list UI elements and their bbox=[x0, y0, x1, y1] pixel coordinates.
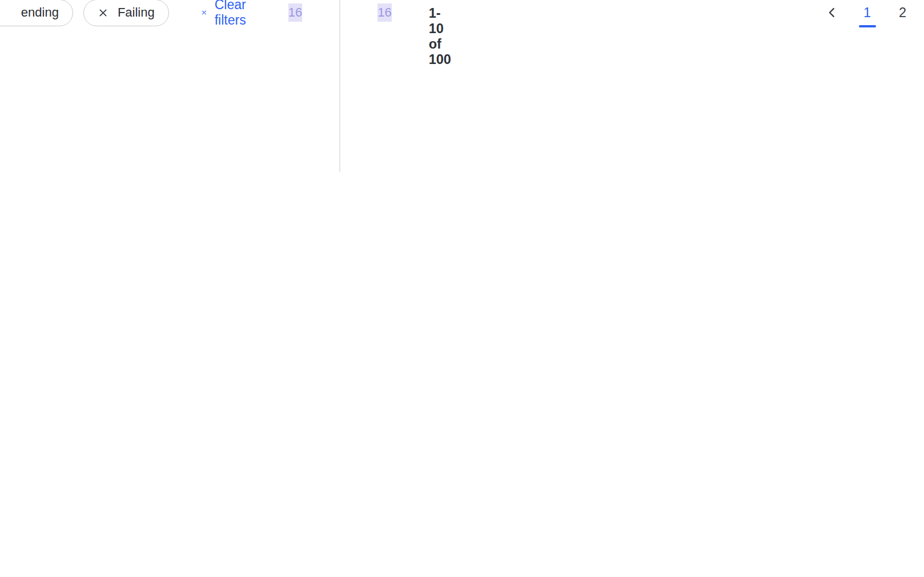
page-button-2[interactable]: 2 bbox=[893, 0, 913, 25]
peer-name-cell: cluster-5-partition-5 bbox=[340, 0, 340, 12]
page-list: 1234…910 bbox=[822, 0, 924, 25]
clear-filters-link[interactable]: Clear filters bbox=[201, 0, 251, 28]
results-summary: 1-10 of 100 bbox=[429, 6, 451, 67]
filter-chip-label: Failing bbox=[118, 5, 155, 20]
clear-filters-label: Clear filters bbox=[215, 0, 251, 28]
chip-remove-icon[interactable] bbox=[98, 7, 109, 18]
clear-icon bbox=[201, 7, 207, 18]
peer-name-cell: cluster-6-partition-2 bbox=[340, 13, 340, 65]
filter-chips: ActiveStartingPendingFailing bbox=[0, 0, 169, 26]
filter-chip-label: Pending bbox=[13, 5, 59, 20]
filter-chip-pending[interactable]: Pending bbox=[0, 0, 73, 26]
spacing-marker-label: 16 bbox=[377, 5, 391, 20]
spacing-marker: 16 bbox=[377, 3, 391, 22]
filters-row: Filters applied: ActiveStartingPendingFa… bbox=[0, 0, 251, 26]
chip-remove-icon[interactable] bbox=[0, 7, 3, 18]
page: Dropdown Dropdown Dropdown 16 Filters ap… bbox=[0, 0, 21, 25]
spacing-marker-label: 16 bbox=[288, 5, 302, 20]
previous-page-button[interactable] bbox=[822, 0, 842, 25]
peers-table: Peer name Cluster partition Status Impor… bbox=[339, 0, 340, 172]
page-button-1[interactable]: 1 bbox=[857, 0, 878, 25]
spacing-marker: 16 bbox=[288, 3, 302, 22]
peer-name-cell: cluster-6-partition-2 bbox=[340, 66, 340, 118]
filter-chip-failing[interactable]: Failing bbox=[83, 0, 169, 26]
peer-name-cell: cluster-6-partition-2 bbox=[340, 119, 340, 171]
chevron-left-icon bbox=[826, 6, 838, 19]
